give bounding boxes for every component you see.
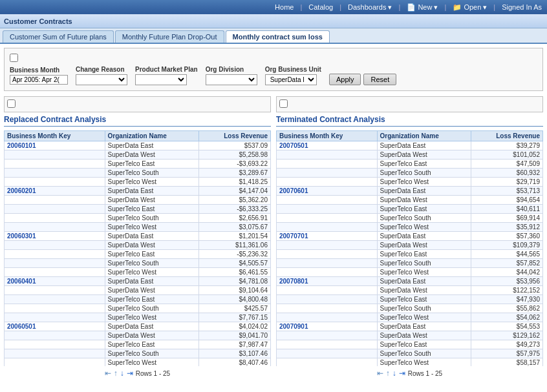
terminated-key-cell bbox=[277, 205, 378, 214]
table-row: 20070901SuperData East$54,553 bbox=[277, 322, 543, 331]
table-row: SuperTelco East$44,565 bbox=[277, 250, 543, 259]
terminated-value-cell: $54,553 bbox=[471, 322, 542, 331]
terminated-value-cell: $44,565 bbox=[471, 250, 542, 259]
terminated-value-cell: $101,052 bbox=[471, 150, 542, 160]
terminated-first-icon[interactable]: ⇤ bbox=[377, 369, 383, 378]
terminated-key-cell bbox=[277, 349, 378, 358]
replaced-key-cell bbox=[5, 169, 105, 178]
tab-monthly-future[interactable]: Monthly Future Plan Drop-Out bbox=[115, 30, 224, 43]
terminated-org-cell: SuperTelco South bbox=[377, 349, 471, 358]
org-division-select[interactable] bbox=[206, 74, 257, 85]
terminated-key-cell bbox=[277, 295, 378, 304]
table-row: SuperData West$9,041.70 bbox=[5, 331, 271, 340]
business-month-input[interactable] bbox=[10, 75, 68, 85]
terminated-key-cell: 20070901 bbox=[277, 322, 378, 331]
table-row: SuperTelco South$425.57 bbox=[5, 304, 271, 313]
table-row: SuperData West$9,104.64 bbox=[5, 286, 271, 295]
table-row: SuperTelco South$3,107.46 bbox=[5, 349, 271, 358]
filter-buttons: Apply Reset bbox=[329, 74, 396, 85]
replaced-last-icon[interactable]: ⇥ bbox=[127, 369, 133, 378]
terminated-value-cell: $69,914 bbox=[471, 214, 542, 223]
replaced-value-cell: $3,289.67 bbox=[198, 169, 270, 178]
table-row: SuperTelco South$60,932 bbox=[277, 169, 543, 178]
terminated-org-cell: SuperData West bbox=[377, 196, 471, 205]
product-market-plan-select[interactable] bbox=[135, 74, 187, 85]
terminated-org-cell: SuperData West bbox=[377, 241, 471, 250]
tab-monthly-contract[interactable]: Monthly contract sum loss bbox=[226, 30, 330, 43]
terminated-key-cell bbox=[277, 169, 378, 178]
nav-home[interactable]: Home bbox=[275, 3, 294, 11]
table-row: SuperTelco South$2,656.91 bbox=[5, 214, 271, 223]
terminated-key-cell bbox=[277, 340, 378, 349]
replaced-key-cell bbox=[5, 178, 105, 187]
replaced-org-cell: SuperTelco East bbox=[105, 295, 198, 304]
filter-checkbox[interactable] bbox=[10, 54, 18, 62]
nav-catalog[interactable]: Catalog bbox=[308, 3, 333, 11]
terminated-col-org: Organization Name bbox=[377, 131, 471, 141]
replaced-key-cell bbox=[5, 286, 105, 295]
replaced-org-cell: SuperData West bbox=[105, 286, 198, 295]
terminated-pagination: ⇤ ↑ ↓ ⇥ Rows 1 - 25 bbox=[276, 369, 543, 378]
replaced-value-cell: -$6,333.25 bbox=[198, 205, 270, 214]
replaced-key-cell bbox=[5, 205, 105, 214]
terminated-pagination-label: Rows 1 - 25 bbox=[408, 370, 442, 377]
table-row: SuperTelco West$54,062 bbox=[277, 313, 543, 322]
replaced-org-cell: SuperTelco West bbox=[105, 178, 198, 187]
replaced-key-cell bbox=[5, 160, 105, 169]
business-month-label: Business Month bbox=[10, 67, 68, 74]
replaced-key-cell bbox=[5, 196, 105, 205]
table-row: SuperData West$122,152 bbox=[277, 286, 543, 295]
terminated-org-cell: SuperTelco East bbox=[377, 295, 471, 304]
table-row: SuperTelco East$47,930 bbox=[277, 295, 543, 304]
table-row: 20060301SuperData East$1,201.54 bbox=[5, 232, 271, 241]
org-business-unit-select[interactable]: SuperData East bbox=[265, 74, 317, 85]
replaced-key-cell bbox=[5, 250, 105, 259]
replaced-org-cell: SuperData West bbox=[105, 331, 198, 340]
terminated-value-cell: $58,157 bbox=[471, 358, 542, 367]
reset-button[interactable]: Reset bbox=[363, 74, 396, 85]
terminated-value-cell: $53,713 bbox=[471, 187, 542, 196]
apply-button[interactable]: Apply bbox=[329, 74, 361, 85]
table-row: SuperData West$129,162 bbox=[277, 331, 543, 340]
terminated-key-cell bbox=[277, 150, 378, 160]
terminated-key-cell bbox=[277, 178, 378, 187]
terminated-value-cell: $55,862 bbox=[471, 304, 542, 313]
replaced-first-icon[interactable]: ⇤ bbox=[105, 369, 111, 378]
table-row: SuperData West$109,379 bbox=[277, 241, 543, 250]
replaced-value-cell: -$5,236.32 bbox=[198, 250, 270, 259]
terminated-next-icon[interactable]: ↓ bbox=[392, 369, 396, 378]
tab-customer-sum[interactable]: Customer Sum of Future plans bbox=[3, 30, 114, 43]
terminated-org-cell: SuperData East bbox=[377, 277, 471, 286]
table-row: SuperTelco South$57,852 bbox=[277, 259, 543, 268]
nav-open[interactable]: 📁 Open ▾ bbox=[453, 3, 487, 12]
replaced-value-cell: -$3,693.22 bbox=[198, 160, 270, 169]
terminated-org-cell: SuperTelco West bbox=[377, 178, 471, 187]
terminated-section-checkbox[interactable] bbox=[279, 99, 288, 108]
terminated-value-cell: $57,852 bbox=[471, 259, 542, 268]
replaced-key-cell: 20060301 bbox=[5, 232, 105, 241]
replaced-org-cell: SuperTelco South bbox=[105, 304, 198, 313]
org-business-unit-label: Org Business Unit bbox=[265, 66, 321, 73]
product-market-plan-label: Product Market Plan bbox=[135, 66, 198, 73]
table-row: SuperTelco West$29,719 bbox=[277, 178, 543, 187]
terminated-org-cell: SuperTelco East bbox=[377, 340, 471, 349]
app-title: Customer Contracts bbox=[4, 17, 72, 25]
terminated-org-cell: SuperData West bbox=[377, 286, 471, 295]
terminated-prev-icon[interactable]: ↑ bbox=[386, 369, 390, 378]
replaced-section-checkbox[interactable] bbox=[7, 99, 16, 108]
sections-container: Replaced Contract Analysis Business Mont… bbox=[4, 96, 543, 366]
replaced-next-icon[interactable]: ↓ bbox=[120, 369, 124, 378]
open-arrow-icon: ▾ bbox=[483, 3, 487, 11]
terminated-last-icon[interactable]: ⇥ bbox=[399, 369, 405, 378]
change-reason-select[interactable] bbox=[76, 74, 127, 85]
replaced-org-cell: SuperData West bbox=[105, 196, 198, 205]
terminated-org-cell: SuperTelco West bbox=[377, 268, 471, 277]
replaced-key-cell bbox=[5, 223, 105, 232]
nav-new[interactable]: 📄 New ▾ bbox=[407, 3, 438, 12]
terminated-contract-section: Terminated Contract Analysis Business Mo… bbox=[276, 96, 543, 366]
replaced-value-cell: $4,781.08 bbox=[198, 277, 270, 286]
nav-dashboards[interactable]: Dashboards ▾ bbox=[348, 3, 392, 12]
replaced-prev-icon[interactable]: ↑ bbox=[114, 369, 118, 378]
replaced-org-cell: SuperTelco East bbox=[105, 160, 198, 169]
table-row: SuperTelco West$35,912 bbox=[277, 223, 543, 232]
